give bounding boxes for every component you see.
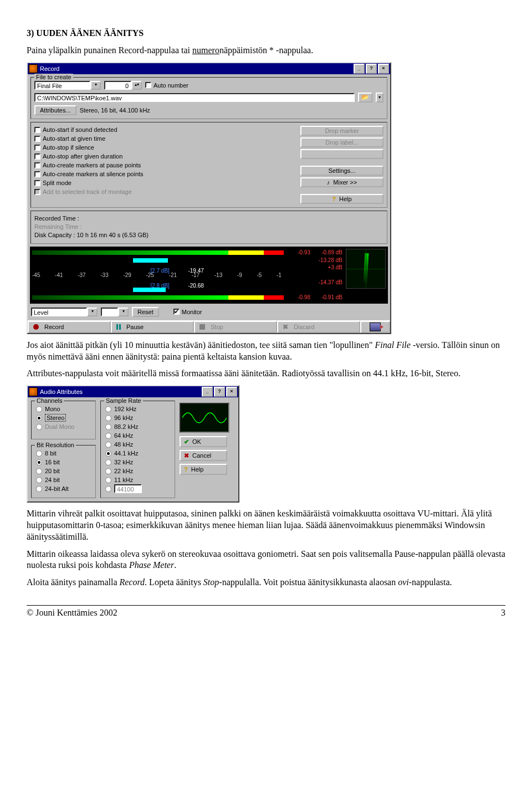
radio-882k[interactable]: 88.2 kHz [105,422,170,431]
blank-button [300,149,383,159]
record-icon [33,324,39,330]
radio-stereo[interactable]: Stereo [36,413,91,422]
minimize-icon[interactable]: _ [202,387,213,397]
window-title: Record [40,65,59,72]
paragraph-recording: Aloita äänitys painamalla Record. Lopeta… [27,577,505,588]
cancel-button[interactable]: ✖Cancel [180,450,227,461]
record-button[interactable]: Record [28,321,111,333]
discard-button: ✖Discard [277,321,360,333]
page-footer: © Jouni Kenttämies 2002 3 [27,605,505,618]
radio-11k[interactable]: 11 kHz [105,475,170,484]
radio-16bit[interactable]: 16 bit [36,458,91,467]
aa-help-button[interactable]: ?Help [180,464,227,475]
radio-441k[interactable]: 44.1 kHz [105,449,170,458]
opt-autostart-time[interactable]: Auto-start at given time [34,135,300,143]
ok-button[interactable]: ✔OK [180,436,227,447]
close-icon[interactable]: × [378,64,389,74]
attributes-button[interactable]: Attributes... [34,105,76,115]
exit-button[interactable] [360,321,390,333]
aa-titlebar[interactable]: Audio Attributes _ ? × [28,386,238,397]
help-button[interactable]: ?Help [300,194,383,204]
radio-32k[interactable]: 32 kHz [105,458,170,467]
radio-custom-sr[interactable]: 44100 [105,484,170,493]
file-type-combo[interactable]: Final File▾ [34,81,101,90]
paragraph-final-file: Jos aiot äänittää pitkän (yli 10 minuutt… [27,340,505,363]
file-path-field[interactable]: C:\WINDOWS\TEMP\koe1.wav [34,93,355,102]
help-icon[interactable]: ? [214,387,225,397]
opt-autostop-duration[interactable]: Auto-stop after given duration [34,152,300,161]
folder-history-button[interactable]: ▾ [376,93,383,103]
minimize-icon[interactable]: _ [354,64,365,74]
app-icon [29,387,38,396]
intro-paragraph: Paina yläpalkin punainen Record-nappulaa… [27,45,505,57]
options-group: Auto-start if sound detected Auto-start … [30,122,387,208]
check-icon: ✔ [184,438,189,446]
pause-icon [116,324,121,330]
opt-split-mode[interactable]: Split mode [34,179,300,187]
file-to-create-group: File to create Final File▾ 0▴▾ Auto numb… [30,77,387,119]
reset-button[interactable]: Reset [132,307,159,317]
paragraph-meters: Mittarin vihreät palkit osoittavat huipp… [27,508,505,542]
monitor-checkbox[interactable]: ✔Monitor [173,308,202,316]
stop-icon [200,324,205,330]
waveform-preview [180,403,229,433]
titlebar[interactable]: Record _ ? × [28,63,390,74]
page-number: 3 [501,608,505,618]
paragraph-attributes: Attributes-nappulasta voit määritellä mi… [27,368,505,380]
radio-8bit[interactable]: 8 bit [36,449,91,458]
help-icon[interactable]: ? [366,64,377,74]
format-summary-label: Stereo, 16 bit, 44.100 kHz [80,107,150,114]
stop-button: Stop [194,321,277,333]
audio-attributes-window: Audio Attributes _ ? × Channels Mono Ste… [27,385,239,503]
copyright: © Jouni Kenttämies 2002 [27,608,117,617]
bit-panel: Bit Resolution 8 bit 16 bit 20 bit 24 bi… [31,445,96,498]
opt-add-to-montage: Add to selected track of montage [34,188,300,196]
radio-dualmono: Dual Mono [36,422,91,431]
drop-label-button: Drop label... [300,137,383,147]
samplerate-panel: Sample Rate 192 kHz 96 kHz 88.2 kHz 64 k… [100,401,175,498]
radio-22k[interactable]: 22 kHz [105,467,170,475]
radio-24bit[interactable]: 24 bit [36,475,91,484]
discard-icon: ✖ [283,323,288,331]
file-index-spinner[interactable]: 0▴▾ [104,81,142,90]
level-combo[interactable]: Level▾ [31,308,98,316]
settings-button[interactable]: Settings... [300,166,383,176]
radio-24bit-alt[interactable]: 24-bit Alt [36,484,91,493]
opt-autostart-sound[interactable]: Auto-start if sound detected [34,126,300,134]
opt-markers-pause[interactable]: Auto-create markers at pause points [34,161,300,170]
opt-autostop-silence[interactable]: Auto-stop if silence [34,144,300,152]
record-window: Record _ ? × File to create Final File▾ … [27,62,391,334]
drop-marker-button: Drop marker [300,126,383,136]
mixer-button[interactable]: ♪Mixer >> [300,177,383,187]
browse-folder-button[interactable]: 📂 [358,93,372,103]
help-icon: ? [184,466,188,473]
time-info-group: Recorded Time : Remaining Time : Disk Ca… [30,211,387,244]
door-exit-icon [370,322,381,331]
opt-markers-silence[interactable]: Auto-create markers at silence points [34,170,300,178]
channels-panel: Channels Mono Stereo Dual Mono [31,401,96,439]
level-history-combo[interactable]: ▾ [101,308,129,316]
aa-title: Audio Attributes [40,388,83,395]
goniometer [346,249,386,289]
transport-bar: Record Pause Stop ✖Discard [28,320,390,333]
level-meter: -0.93 -0.89 dB -13.28 dB [2.7 dB] -19.47 [30,247,388,304]
auto-number-checkbox[interactable]: Auto number [145,81,188,89]
radio-mono[interactable]: Mono [36,404,91,413]
close-icon[interactable]: × [226,387,237,397]
pause-button[interactable]: Pause [111,321,194,333]
meter-scale: -45-41-37-33-29-25-21-17-13-9-5-1 [32,271,342,279]
radio-48k[interactable]: 48 kHz [105,440,170,449]
radio-64k[interactable]: 64 kHz [105,431,170,440]
radio-192k[interactable]: 192 kHz [105,404,170,413]
app-icon [29,64,38,73]
section-heading: 3) UUDEN ÄÄNEN ÄÄNITYS [27,28,505,39]
paragraph-goniometer: Mittarin oikeassa laidassa oleva sykerö … [27,549,505,572]
radio-20bit[interactable]: 20 bit [36,467,91,475]
cancel-icon: ✖ [184,452,189,459]
radio-96k[interactable]: 96 kHz [105,413,170,422]
